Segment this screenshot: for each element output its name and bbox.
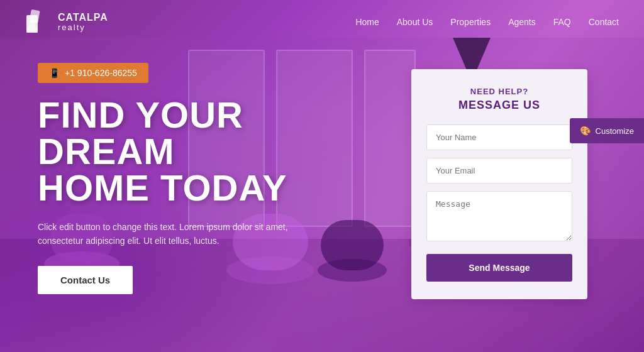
nav-agents[interactable]: Agents xyxy=(508,17,536,27)
logo-text: CATALPA realty xyxy=(58,12,108,32)
message-card: NEED HELP? MESSAGE US Send Message xyxy=(411,69,587,299)
need-help-label: NEED HELP? xyxy=(426,87,572,96)
nav-properties[interactable]: Properties xyxy=(450,17,491,27)
brand-sub: realty xyxy=(58,23,108,32)
nav-links: Home About Us Properties Agents FAQ Cont… xyxy=(355,16,619,28)
logo[interactable]: CATALPA realty xyxy=(25,9,108,35)
phone-badge[interactable]: 📱 +1 910-626-86255 xyxy=(38,63,148,83)
message-textarea[interactable] xyxy=(426,191,572,241)
send-message-button[interactable]: Send Message xyxy=(426,254,572,282)
email-input[interactable] xyxy=(426,158,572,184)
contact-us-button[interactable]: Contact Us xyxy=(38,266,133,294)
name-input[interactable] xyxy=(426,124,572,150)
navbar: CATALPA realty Home About Us Properties … xyxy=(0,0,644,44)
nav-home[interactable]: Home xyxy=(355,17,379,27)
brand-name: CATALPA xyxy=(58,12,108,23)
nav-faq[interactable]: FAQ xyxy=(553,17,571,27)
customize-button[interactable]: 🎨 Customize xyxy=(570,118,644,143)
nav-contact[interactable]: Contact xyxy=(589,17,619,27)
customize-label: Customize xyxy=(596,126,634,136)
logo-icon xyxy=(25,9,52,35)
customize-icon: 🎨 xyxy=(580,126,591,136)
hero-description: Click edit button to change this text. L… xyxy=(38,220,302,248)
hero-title: FIND YOUR DREAM HOME TODAY xyxy=(38,97,314,206)
hero-title-line2: HOME TODAY xyxy=(38,167,287,208)
svg-rect-4 xyxy=(365,50,415,226)
hero-title-line1: FIND YOUR DREAM xyxy=(38,94,243,172)
hero-content: 📱 +1 910-626-86255 FIND YOUR DREAM HOME … xyxy=(0,44,352,294)
phone-number: +1 910-626-86255 xyxy=(65,68,137,78)
message-us-title: MESSAGE US xyxy=(426,99,572,112)
nav-about[interactable]: About Us xyxy=(397,17,433,27)
phone-icon: 📱 xyxy=(49,68,60,78)
